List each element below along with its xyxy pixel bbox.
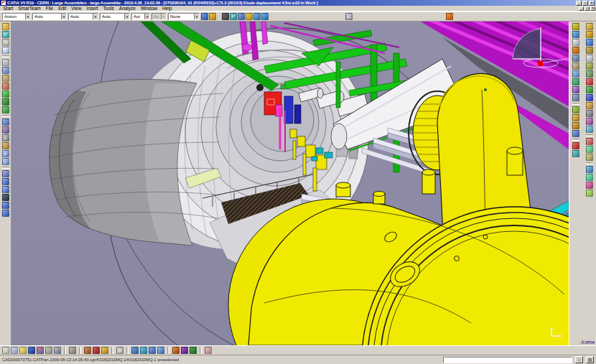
new-product-icon[interactable] bbox=[586, 31, 593, 38]
chevron-down-icon[interactable]: ▼ bbox=[25, 14, 30, 19]
measure-between-icon[interactable] bbox=[572, 114, 579, 121]
child-restore-button[interactable]: □ bbox=[585, 6, 590, 11]
restore-button[interactable]: □ bbox=[582, 1, 588, 6]
clash-icon[interactable] bbox=[572, 142, 579, 149]
rotate-component-icon[interactable] bbox=[586, 174, 593, 181]
fence-icon[interactable] bbox=[84, 347, 91, 354]
translate-icon[interactable] bbox=[586, 166, 593, 173]
sectioning-icon[interactable] bbox=[572, 31, 579, 38]
distance-band-icon[interactable] bbox=[149, 347, 156, 354]
window-icon[interactable] bbox=[2, 67, 9, 74]
magnifier-globe-2-icon[interactable] bbox=[261, 13, 269, 20]
graph-tree-icon[interactable] bbox=[586, 70, 593, 78]
flag-note-icon[interactable] bbox=[446, 13, 453, 20]
coincidence-constraint-icon[interactable] bbox=[586, 78, 593, 85]
combo-none[interactable]: None▼ bbox=[168, 13, 200, 20]
combo-aut[interactable]: Aut▼ bbox=[131, 13, 150, 20]
zoom-out-icon[interactable]: − bbox=[2, 158, 9, 165]
apply-material-icon[interactable] bbox=[201, 13, 208, 20]
plane-icon[interactable] bbox=[572, 70, 579, 78]
annotations-icon[interactable] bbox=[572, 150, 579, 157]
publish-icon[interactable] bbox=[93, 347, 100, 354]
minimize-button[interactable]: _ bbox=[576, 1, 582, 6]
lock-icon[interactable] bbox=[45, 347, 52, 354]
multi-instantiate-icon[interactable] bbox=[586, 190, 593, 197]
combo-auto-2[interactable]: Auto▼ bbox=[68, 13, 98, 20]
menu-file[interactable]: File bbox=[43, 6, 55, 11]
open-icon[interactable] bbox=[2, 23, 9, 30]
plant-icon[interactable] bbox=[2, 106, 9, 113]
menu-tools[interactable]: Tools bbox=[101, 6, 116, 11]
child-close-button[interactable]: × bbox=[590, 6, 595, 11]
angle-constraint-icon[interactable] bbox=[586, 102, 593, 109]
snap-icon[interactable] bbox=[572, 47, 579, 54]
new-component-icon[interactable] bbox=[586, 23, 593, 30]
render-material-icon[interactable] bbox=[181, 347, 188, 354]
magnifier-globe-icon[interactable] bbox=[253, 13, 261, 20]
point-icon[interactable]: · bbox=[222, 13, 229, 20]
clash-analysis-icon[interactable] bbox=[131, 347, 139, 354]
iso-view-icon[interactable] bbox=[2, 178, 9, 185]
surface-icon[interactable] bbox=[572, 78, 579, 85]
doc-button[interactable]: ▧ bbox=[586, 356, 594, 363]
knowledge-icon[interactable] bbox=[11, 347, 18, 354]
formula-icon[interactable]: f bbox=[2, 347, 9, 354]
grid-icon[interactable] bbox=[205, 347, 212, 354]
truck-icon[interactable] bbox=[2, 83, 9, 90]
render-env-icon[interactable] bbox=[190, 347, 197, 354]
dialog-expand-button[interactable]: □ bbox=[575, 356, 583, 363]
replace-component-icon[interactable] bbox=[586, 62, 593, 70]
rotate-icon[interactable] bbox=[2, 142, 9, 149]
layers-icon[interactable] bbox=[2, 75, 9, 82]
cursor-icon[interactable] bbox=[586, 55, 593, 62]
menu-start[interactable]: Start bbox=[1, 6, 16, 11]
child-minimize-button[interactable]: _ bbox=[579, 6, 584, 11]
chevron-down-icon[interactable]: ▼ bbox=[124, 14, 129, 19]
explode-icon[interactable] bbox=[586, 138, 593, 145]
offset-constraint-icon[interactable] bbox=[586, 94, 593, 101]
zoom-in-icon[interactable]: + bbox=[2, 150, 9, 157]
render-style-icon[interactable] bbox=[2, 194, 9, 201]
share-icon[interactable] bbox=[37, 347, 44, 354]
fly-through-icon[interactable] bbox=[238, 13, 245, 20]
print-icon[interactable] bbox=[2, 59, 9, 66]
measure-item-icon[interactable] bbox=[572, 122, 579, 129]
power-input[interactable] bbox=[443, 357, 572, 363]
select-arrow-icon[interactable] bbox=[572, 39, 579, 46]
pattern-icon[interactable] bbox=[572, 106, 579, 113]
compare-icon[interactable] bbox=[157, 347, 164, 354]
menu-smarteam[interactable]: SmarTeam bbox=[16, 6, 43, 11]
chevron-down-icon[interactable]: ▼ bbox=[144, 14, 149, 19]
normal-view-icon[interactable] bbox=[2, 170, 9, 177]
menu-analyze[interactable]: Analyze bbox=[116, 6, 138, 11]
sweep-icon[interactable] bbox=[572, 86, 579, 93]
render-scene-icon[interactable] bbox=[172, 347, 180, 354]
existing-component-icon[interactable] bbox=[586, 47, 593, 54]
monitor-icon[interactable] bbox=[28, 347, 35, 354]
combo-auto-1[interactable]: Auto▼ bbox=[32, 13, 67, 20]
painter-icon[interactable] bbox=[209, 13, 216, 20]
padlock-icon[interactable] bbox=[101, 347, 108, 354]
combo-automatic[interactable]: Autom▼ bbox=[2, 13, 31, 20]
wireframe-geo-icon[interactable] bbox=[572, 94, 579, 101]
menu-help[interactable]: Help bbox=[160, 6, 174, 11]
menu-edit[interactable]: Edit bbox=[56, 6, 69, 11]
multiview-icon[interactable] bbox=[2, 126, 9, 134]
eraser-icon[interactable] bbox=[572, 62, 579, 70]
contact-constraint-icon[interactable] bbox=[586, 86, 593, 93]
redo-icon[interactable]: ↷ bbox=[2, 39, 9, 46]
chevron-down-icon[interactable]: ▼ bbox=[61, 14, 66, 19]
measure-icon[interactable]: ∠ bbox=[345, 13, 353, 20]
menu-window[interactable]: Window bbox=[138, 6, 159, 11]
bulb-icon[interactable] bbox=[19, 347, 27, 354]
smart-move-icon[interactable] bbox=[586, 146, 593, 153]
menu-view[interactable]: View bbox=[69, 6, 84, 11]
combo-auto-3[interactable]: Auto▼ bbox=[100, 13, 130, 20]
undo-icon[interactable]: ↶ bbox=[2, 31, 9, 38]
symmetry-icon[interactable] bbox=[586, 182, 593, 189]
quick-constraint-icon[interactable] bbox=[586, 126, 593, 133]
whats-this-icon[interactable]: ? bbox=[2, 47, 9, 54]
user-icon[interactable] bbox=[54, 347, 61, 354]
fix-component-icon[interactable] bbox=[586, 110, 593, 117]
arc-icon[interactable] bbox=[572, 130, 579, 137]
